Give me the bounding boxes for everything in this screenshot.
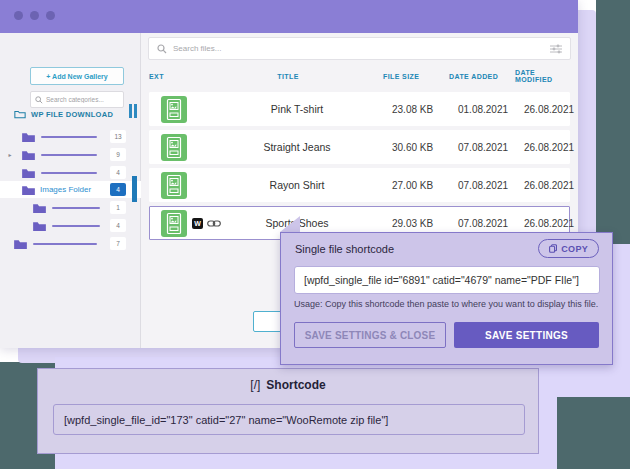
shortcode-panel-title: [/]Shortcode: [38, 378, 538, 392]
tree-item-images-folder[interactable]: Images Folder 4: [0, 181, 141, 198]
date-modified: 26.08.2021: [524, 142, 574, 153]
popup-arrow: [280, 216, 300, 232]
root-category-label: WP FILE DOWNLOAD: [31, 110, 113, 119]
shortcode-value-field[interactable]: [wpfd_single_file_id="173" catid="27" na…: [53, 404, 525, 435]
file-count-badge-active: 4: [110, 183, 126, 196]
column-header-modified[interactable]: DATE MODIFIED: [515, 69, 570, 83]
shortcode-field[interactable]: [wpfd_single_file id="6891" catid="4679"…: [294, 266, 600, 294]
file-count-badge: 13: [110, 130, 126, 143]
popup-title: Single file shortcode: [295, 243, 394, 255]
date-modified: 26.08.2021: [524, 180, 574, 191]
image-file-icon: [158, 134, 202, 161]
category-sidebar: + Add New Gallery WP FILE DOWNLOAD: [0, 33, 141, 348]
table-header: EXT TITLE FILE SIZE DATE ADDED DATE MODI…: [141, 69, 570, 83]
folder-open-icon: [14, 109, 26, 119]
tree-item[interactable]: 4: [0, 217, 141, 234]
copy-button[interactable]: COPY: [538, 239, 599, 258]
filter-sliders-icon[interactable]: [550, 44, 562, 54]
date-added: 07.08.2021: [458, 218, 524, 229]
column-header-title[interactable]: TITLE: [193, 73, 383, 80]
date-added: 07.08.2021: [458, 180, 524, 191]
save-settings-close-button[interactable]: SAVE SETTINGS & CLOSE: [294, 322, 446, 348]
file-size: 27.00 KB: [392, 180, 458, 191]
table-row[interactable]: Pink T-shirt 23.08 KB 01.08.2021 26.08.2…: [149, 92, 570, 126]
column-header-ext[interactable]: EXT: [149, 73, 193, 80]
date-added: 07.08.2021: [458, 142, 524, 153]
tree-item[interactable]: 7: [0, 235, 141, 252]
category-search[interactable]: [30, 91, 124, 108]
file-count-badge: 4: [110, 166, 126, 179]
file-badges: W: [192, 218, 221, 229]
tree-item[interactable]: 1: [0, 199, 141, 216]
tree-item[interactable]: ▸ 9: [0, 146, 141, 163]
folder-icon: [33, 203, 46, 213]
search-icon: [157, 44, 167, 54]
shortcode-text: [wpfd_single_file id="6891" catid="4679"…: [304, 274, 579, 286]
tree-item[interactable]: 4: [0, 164, 141, 181]
shortcode-value: [wpfd_single_file_id="173" catid="27" na…: [64, 414, 388, 426]
column-header-size[interactable]: FILE SIZE: [383, 73, 449, 80]
image-file-icon: [158, 172, 202, 199]
tree-item-label: Images Folder: [40, 185, 91, 194]
add-new-gallery-button[interactable]: + Add New Gallery: [30, 67, 124, 85]
file-size: 23.08 KB: [392, 104, 458, 115]
chevron-right-icon[interactable]: ▸: [6, 151, 14, 158]
search-icon: [35, 96, 43, 104]
window-dot-icon: [30, 11, 39, 20]
file-title: Straight Jeans: [202, 141, 392, 153]
folder-icon: [22, 150, 35, 160]
folder-icon: [22, 168, 35, 178]
tree-item[interactable]: 13: [0, 128, 141, 145]
single-file-shortcode-popup: Single file shortcode COPY [wpfd_single_…: [280, 232, 613, 365]
usage-hint: Usage: Copy this shortcode then paste to…: [294, 299, 598, 309]
category-search-input[interactable]: [46, 96, 116, 103]
file-size: 29.03 KB: [392, 218, 458, 229]
code-icon: [/]: [250, 378, 260, 392]
date-modified: 26.08.2021: [524, 218, 574, 229]
sidebar-root-category[interactable]: WP FILE DOWNLOAD: [14, 109, 113, 119]
file-count-badge: 9: [110, 148, 126, 161]
file-count-badge: 1: [110, 201, 126, 214]
files-search[interactable]: [148, 37, 571, 60]
sidebar-scrollbar[interactable]: [132, 176, 137, 202]
folder-icon: [22, 185, 35, 195]
file-count-badge: 4: [110, 219, 126, 232]
file-size: 30.60 KB: [392, 142, 458, 153]
window-dot-icon: [46, 11, 55, 20]
files-search-input[interactable]: [173, 44, 544, 53]
window-dot-icon: [14, 11, 23, 20]
folder-icon: [14, 239, 27, 249]
shortcode-panel: [/]Shortcode [wpfd_single_file_id="173" …: [37, 368, 539, 454]
folder-icon: [22, 132, 35, 142]
save-settings-button[interactable]: SAVE SETTINGS: [454, 322, 599, 348]
sidebar-resize-handle[interactable]: [129, 104, 138, 118]
table-row[interactable]: Straight Jeans 30.60 KB 07.08.2021 26.08…: [149, 130, 570, 164]
copy-icon: [549, 244, 557, 253]
file-title: Rayon Shirt: [202, 179, 392, 191]
table-row[interactable]: Rayon Shirt 27.00 KB 07.08.2021 26.08.20…: [149, 168, 570, 202]
folder-icon: [33, 221, 46, 231]
date-modified: 26.08.2021: [524, 104, 574, 115]
wordpress-badge-icon: W: [192, 218, 203, 229]
date-added: 01.08.2021: [458, 104, 524, 115]
image-file-icon: [158, 96, 202, 123]
file-title: Pink T-shirt: [202, 103, 392, 115]
link-icon: [207, 219, 221, 228]
column-header-added[interactable]: DATE ADDED: [449, 73, 515, 80]
window-titlebar: [0, 0, 578, 33]
screenshot-stage: + Add New Gallery WP FILE DOWNLOAD: [0, 0, 630, 469]
file-count-badge: 7: [110, 237, 126, 250]
